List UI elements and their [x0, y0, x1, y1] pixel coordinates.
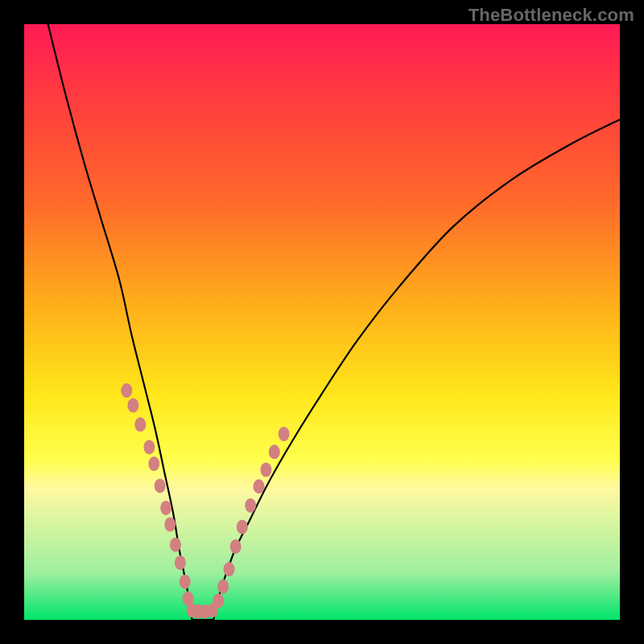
- chart-stage: TheBottleneck.com: [0, 0, 644, 644]
- bead: [279, 427, 290, 441]
- bead: [213, 593, 224, 608]
- bead: [224, 562, 235, 576]
- chart-svg: [24, 24, 620, 620]
- bead: [230, 539, 242, 554]
- bead: [254, 479, 265, 493]
- bead: [237, 520, 248, 535]
- bead: [134, 417, 146, 431]
- bead: [155, 479, 166, 493]
- right-curve: [213, 119, 620, 620]
- bead: [170, 538, 181, 552]
- bead: [143, 440, 155, 454]
- bead: [148, 456, 159, 471]
- bead: [260, 463, 271, 477]
- plot-area: [24, 24, 620, 620]
- bead: [217, 580, 229, 594]
- bead: [269, 444, 280, 459]
- bead-cluster: [121, 383, 289, 619]
- bead: [127, 398, 138, 413]
- bead: [245, 498, 256, 513]
- bead: [160, 501, 171, 515]
- watermark-label: TheBottleneck.com: [469, 5, 634, 26]
- bead: [121, 383, 132, 398]
- bead: [180, 575, 191, 589]
- bead: [164, 518, 175, 532]
- bead: [175, 555, 186, 570]
